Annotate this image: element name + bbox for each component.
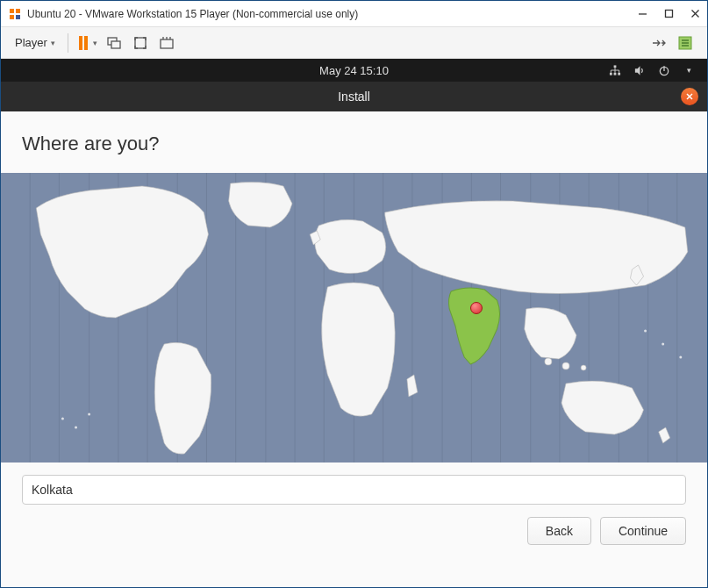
svg-point-50 <box>581 365 586 370</box>
power-icon[interactable] <box>658 64 670 76</box>
svg-rect-3 <box>16 15 20 19</box>
chevron-down-icon[interactable]: ▾ <box>683 64 695 76</box>
vmware-titlebar: Ubuntu 20 - VMware Workstation 15 Player… <box>1 1 707 27</box>
gnome-top-bar: May 24 15:10 ▾ <box>1 59 707 82</box>
maximize-button[interactable] <box>663 9 674 19</box>
svg-point-52 <box>75 427 77 429</box>
pause-vm-button[interactable]: ▾ <box>75 36 101 50</box>
svg-rect-5 <box>665 11 672 18</box>
unity-mode-icon[interactable] <box>159 35 175 51</box>
svg-point-49 <box>562 362 569 369</box>
installer-title: Install <box>338 90 370 104</box>
toolbar-separator <box>68 33 68 53</box>
player-menu[interactable]: Player <box>10 32 61 53</box>
vmware-toolbar: Player ▾ <box>1 27 707 59</box>
continue-button[interactable]: Continue <box>600 517 686 545</box>
svg-point-55 <box>662 343 664 346</box>
installer-close-button[interactable] <box>681 88 698 105</box>
installer-titlebar: Install <box>1 82 707 111</box>
back-button[interactable]: Back <box>527 517 591 545</box>
svg-rect-17 <box>610 72 612 75</box>
timezone-world-map[interactable] <box>1 173 707 463</box>
preferences-icon[interactable] <box>677 35 693 51</box>
connect-device-icon[interactable] <box>651 35 667 51</box>
svg-rect-16 <box>614 65 617 68</box>
svg-point-48 <box>545 358 552 365</box>
svg-rect-1 <box>16 9 20 13</box>
page-heading: Where are you? <box>1 111 707 173</box>
vmware-logo-icon <box>8 7 22 21</box>
map-location-pin <box>470 302 483 314</box>
svg-rect-2 <box>10 15 14 19</box>
svg-point-56 <box>679 356 682 359</box>
svg-rect-0 <box>10 9 14 13</box>
svg-rect-9 <box>111 41 120 48</box>
svg-rect-10 <box>135 38 146 48</box>
svg-rect-18 <box>614 72 617 75</box>
minimize-button[interactable] <box>637 9 647 19</box>
svg-point-54 <box>644 330 647 333</box>
close-button[interactable] <box>690 9 700 19</box>
gnome-clock[interactable]: May 24 15:10 <box>319 64 389 77</box>
timezone-input[interactable] <box>22 475 686 505</box>
svg-rect-11 <box>161 39 173 48</box>
svg-point-53 <box>88 413 90 416</box>
send-ctrl-alt-del-icon[interactable] <box>106 35 122 51</box>
fullscreen-icon[interactable] <box>132 35 148 51</box>
svg-rect-19 <box>618 72 620 75</box>
installer-window: Install Where are you? <box>1 82 707 587</box>
volume-icon[interactable] <box>633 64 646 76</box>
vmware-window-title: Ubuntu 20 - VMware Workstation 15 Player… <box>27 8 637 20</box>
svg-point-51 <box>61 418 64 420</box>
network-icon[interactable] <box>609 64 621 76</box>
